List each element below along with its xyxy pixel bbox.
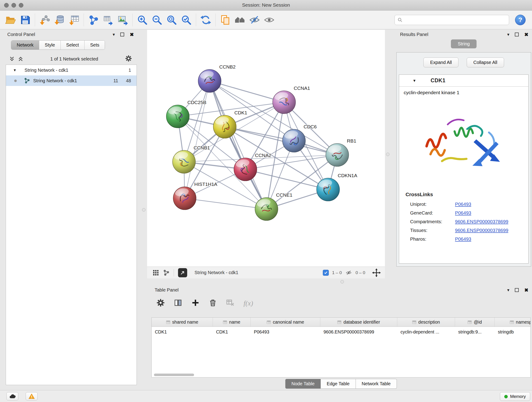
import-table-button[interactable] [67, 12, 81, 27]
network-node[interactable]: CDK1 [213, 110, 247, 138]
disclosure-triangle-icon[interactable]: ▾ [413, 78, 416, 83]
network-edge[interactable] [225, 127, 337, 155]
crosslink-value-link[interactable]: P06493 [455, 236, 471, 242]
expand-all-networks-icon[interactable] [9, 56, 15, 62]
panel-float-icon[interactable] [515, 288, 519, 292]
cell-namespace[interactable]: stringdb [495, 329, 531, 335]
vertical-splitter-handle[interactable] [142, 208, 146, 211]
network-node[interactable]: CDKN1A [317, 173, 357, 201]
panel-close-icon[interactable]: ✖ [130, 32, 134, 37]
eye-slash-icon [249, 14, 260, 26]
network-node[interactable]: CCNA1 [273, 85, 310, 114]
tab-node-table[interactable]: Node Table [285, 379, 321, 389]
panel-collapse-icon[interactable]: ▾ [507, 288, 510, 292]
memory-button[interactable]: Memory [500, 392, 530, 401]
hidden-eye-slash-icon[interactable] [345, 270, 352, 276]
panel-close-icon[interactable]: ✖ [524, 288, 528, 293]
export-image-button[interactable] [115, 12, 130, 27]
show-columns-icon[interactable] [174, 299, 182, 308]
network-node[interactable]: CDC6 [283, 124, 317, 152]
tab-string[interactable]: String [451, 39, 476, 48]
clone-network-button[interactable] [218, 12, 233, 27]
main-toolbar: ? [0, 11, 532, 29]
table-options-gear-icon[interactable] [157, 299, 165, 308]
cell-id[interactable]: stringdb:9... [455, 329, 495, 335]
panel-close-icon[interactable]: ✖ [524, 32, 528, 37]
network-edge[interactable] [185, 198, 266, 209]
refresh-button[interactable] [198, 12, 213, 27]
tab-style[interactable]: Style [39, 41, 60, 50]
grid-view-icon[interactable] [152, 269, 159, 276]
cell-database-identifier[interactable]: 9606.ENSP00000378699 [320, 329, 397, 335]
import-network-database-button[interactable] [52, 12, 67, 27]
gene-card-header[interactable]: ▾ CDK1 [399, 75, 528, 87]
zoom-out-button[interactable] [150, 12, 164, 27]
column-header[interactable]: shared name [152, 318, 213, 327]
new-network-button[interactable] [86, 12, 101, 27]
network-collection-row[interactable]: ▾ String Network - cdk1 1 [6, 65, 137, 75]
network-node[interactable]: CCNB1 [172, 145, 210, 173]
string-home-button[interactable] [233, 12, 247, 27]
expand-all-button[interactable]: Expand All [423, 57, 458, 67]
horizontal-splitter-handle[interactable] [341, 280, 344, 283]
column-header[interactable]: database identifier [320, 318, 397, 327]
add-column-plus-icon[interactable] [191, 299, 200, 308]
warnings-button[interactable] [26, 392, 38, 400]
column-header[interactable]: description [397, 318, 455, 327]
annotation-mode-button[interactable] [178, 268, 187, 277]
tab-select[interactable]: Select [61, 41, 85, 50]
tab-network-table[interactable]: Network Table [356, 379, 397, 389]
import-network-file-button[interactable] [37, 12, 52, 27]
table-row[interactable]: CDK1 CDK1 P06493 9606.ENSP00000378699 cy… [152, 327, 531, 337]
network-view-canvas[interactable]: CCNB2CCNA1CDC25BCDK1CDC6RB1CCNB1CCNA2CDK… [147, 30, 385, 267]
hide-unselected-button[interactable] [247, 12, 262, 27]
tab-edge-table[interactable]: Edge Table [321, 379, 356, 389]
selected-checkbox-icon[interactable] [323, 270, 329, 276]
panel-float-icon[interactable] [515, 32, 519, 36]
help-button[interactable]: ? [515, 15, 526, 25]
crosslink-value-link[interactable]: 9606.ENSP00000378699 [455, 219, 508, 224]
show-all-button[interactable] [262, 12, 277, 27]
vertical-splitter-handle[interactable] [386, 153, 389, 156]
network-options-gear-icon[interactable] [125, 55, 132, 63]
save-session-button[interactable] [18, 12, 32, 27]
network-node[interactable]: RB1 [326, 138, 356, 166]
collapse-all-networks-icon[interactable] [18, 56, 23, 62]
cell-shared-name[interactable]: CDK1 [152, 329, 213, 335]
zoom-in-button[interactable] [135, 12, 150, 27]
horizontal-scrollbar-thumb[interactable] [154, 374, 194, 376]
panel-collapse-icon[interactable]: ▾ [113, 32, 115, 37]
tab-network[interactable]: Network [11, 41, 39, 50]
new-network-from-table-button[interactable] [101, 12, 115, 27]
zoom-fit-button[interactable] [164, 12, 179, 27]
column-header[interactable]: @id [455, 318, 495, 327]
open-session-button[interactable] [3, 12, 18, 27]
cell-name[interactable]: CDK1 [213, 329, 251, 335]
pan-crosshair-icon[interactable] [372, 268, 381, 277]
search-input[interactable] [404, 17, 506, 22]
network-edge[interactable] [210, 81, 266, 209]
panel-float-icon[interactable] [120, 32, 124, 36]
network-node-count: 11 [114, 78, 118, 83]
panel-collapse-icon[interactable]: ▾ [507, 32, 510, 37]
crosslink-value-link[interactable]: 9606.ENSP00000378699 [455, 228, 508, 233]
cell-canonical-name[interactable]: P06493 [251, 329, 320, 335]
disclosure-triangle-icon[interactable]: ▾ [14, 68, 16, 73]
column-header[interactable]: canonical name [251, 318, 320, 327]
crosslink-label: Pharos: [410, 236, 455, 242]
zoom-selected-button[interactable] [179, 12, 194, 27]
column-header[interactable]: name [213, 318, 251, 327]
crosslink-value-link[interactable]: P06493 [455, 201, 471, 207]
collapse-all-button[interactable]: Collapse All [467, 57, 504, 67]
tab-sets[interactable]: Sets [85, 41, 105, 50]
network-edge[interactable] [185, 81, 210, 198]
cloud-status-button[interactable] [6, 392, 18, 400]
network-view-icon[interactable] [163, 269, 170, 276]
crosslink-value-link[interactable]: P06493 [455, 210, 471, 216]
column-header[interactable]: namespace [495, 318, 531, 327]
network-node[interactable]: CCNB2 [198, 64, 235, 92]
network-node[interactable]: HIST1H1A [173, 182, 217, 210]
cell-description[interactable]: cyclin-dependent ... [397, 329, 455, 335]
delete-column-trash-icon[interactable] [209, 299, 217, 308]
network-row-selected[interactable]: String Network - cdk1 11 48 [6, 75, 137, 86]
